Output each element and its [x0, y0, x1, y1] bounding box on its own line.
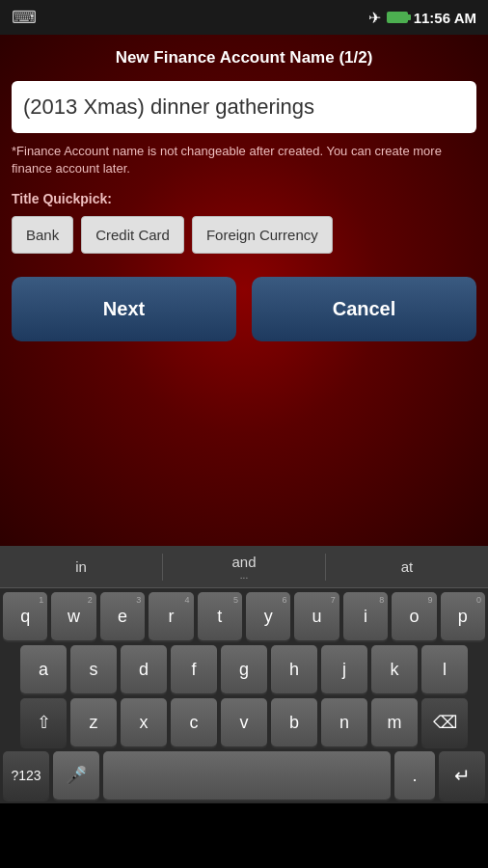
space-key[interactable] [103, 751, 391, 800]
mic-key[interactable]: 🎤 [53, 751, 99, 800]
account-name-container[interactable] [12, 81, 476, 133]
quickpick-buttons-row: Bank Credit Card Foreign Currency [12, 216, 476, 254]
key-f[interactable]: f [171, 645, 217, 693]
key-k[interactable]: k [371, 645, 418, 693]
key-m[interactable]: m [371, 698, 418, 746]
key-d[interactable]: d [121, 645, 167, 693]
time-display: 11:56 AM [414, 10, 476, 26]
next-button[interactable]: Next [12, 277, 236, 341]
quickpick-credit-card[interactable]: Credit Card [81, 216, 184, 254]
key-h[interactable]: h [271, 645, 317, 693]
key-l[interactable]: l [421, 645, 468, 693]
key-i[interactable]: 8i [343, 592, 388, 640]
key-y[interactable]: 6y [246, 592, 290, 640]
dialog-title-bar: New Finance Account Name (1/2) [12, 35, 476, 81]
period-key[interactable]: . [394, 751, 435, 800]
key-q[interactable]: 1q [3, 592, 47, 640]
action-buttons: Next Cancel [12, 277, 476, 341]
suggestion-and[interactable]: and... [162, 554, 326, 581]
airplane-icon: ✈ [368, 9, 381, 27]
key-u[interactable]: 7u [294, 592, 339, 640]
key-b[interactable]: b [271, 698, 317, 746]
key-z[interactable]: z [70, 698, 117, 746]
suggestion-in[interactable]: in [0, 558, 162, 575]
key-row-2: a s d f g h j k l [3, 645, 485, 693]
key-a[interactable]: a [20, 645, 67, 693]
quickpick-foreign-currency[interactable]: Foreign Currency [192, 216, 333, 254]
key-c[interactable]: c [171, 698, 217, 746]
key-row-3: ⇧ z x c v b n m ⌫ [3, 698, 485, 746]
quickpick-label: Title Quickpick: [12, 191, 476, 206]
enter-key[interactable]: ↵ [439, 751, 485, 800]
key-g[interactable]: g [221, 645, 267, 693]
keyboard: in and... at 1q 2w 3e 4r 5t 6y 7u 8i 9o … [0, 546, 488, 803]
cancel-button[interactable]: Cancel [252, 277, 476, 341]
key-t[interactable]: 5t [198, 592, 242, 640]
key-s[interactable]: s [70, 645, 117, 693]
keyboard-rows: 1q 2w 3e 4r 5t 6y 7u 8i 9o 0p a s d f g … [0, 588, 488, 803]
key-j[interactable]: j [321, 645, 367, 693]
key-p[interactable]: 0p [441, 592, 485, 640]
status-bar: ⌨ ✈ 11:56 AM [0, 0, 488, 35]
shift-key[interactable]: ⇧ [20, 698, 67, 746]
key-o[interactable]: 9o [392, 592, 436, 640]
key-x[interactable]: x [121, 698, 167, 746]
key-v[interactable]: v [221, 698, 267, 746]
account-name-input[interactable] [23, 95, 465, 120]
key-n[interactable]: n [321, 698, 367, 746]
dialog-title: New Finance Account Name (1/2) [116, 48, 373, 67]
key-r[interactable]: 4r [149, 592, 193, 640]
backspace-key[interactable]: ⌫ [421, 698, 468, 746]
key-w[interactable]: 2w [51, 592, 95, 640]
key-row-1: 1q 2w 3e 4r 5t 6y 7u 8i 9o 0p [3, 592, 485, 640]
note-text: *Finance Account name is not changeable … [12, 143, 476, 177]
key-e[interactable]: 3e [100, 592, 145, 640]
battery-icon [387, 12, 408, 23]
suggestion-at[interactable]: at [326, 558, 488, 575]
app-dialog: New Finance Account Name (1/2) *Finance … [0, 35, 488, 546]
num-key[interactable]: ?123 [3, 751, 49, 800]
key-row-4: ?123 🎤 . ↵ [3, 751, 485, 800]
suggestions-bar: in and... at [0, 546, 488, 588]
quickpick-bank[interactable]: Bank [12, 216, 73, 254]
keyboard-icon: ⌨ [12, 7, 37, 28]
